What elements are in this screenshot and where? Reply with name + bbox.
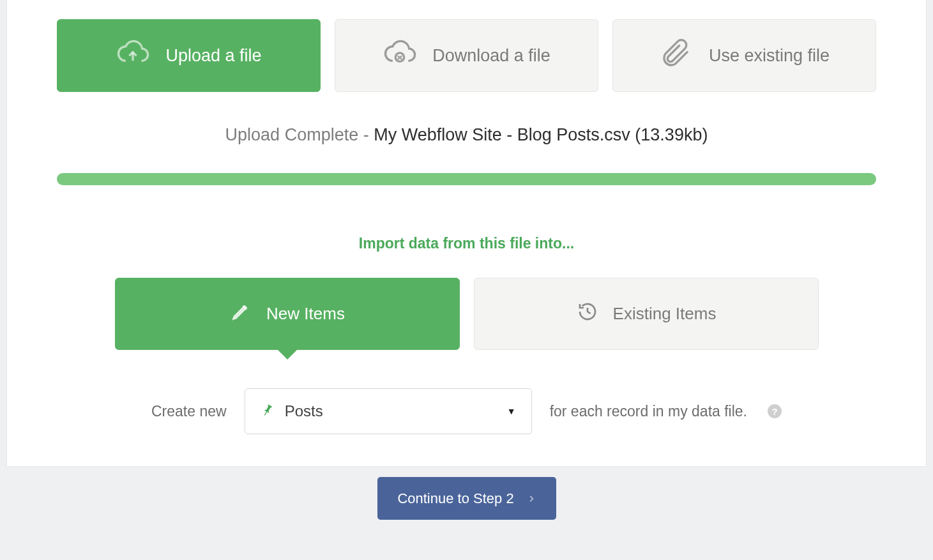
download-file-label: Download a file (432, 46, 550, 66)
help-icon[interactable]: ? (768, 404, 782, 418)
chevron-right-icon (527, 490, 536, 507)
cloud-upload-icon (116, 36, 150, 75)
upload-file-option[interactable]: Upload a file (57, 19, 321, 92)
existing-file-option[interactable]: Use existing file (612, 19, 876, 92)
existing-items-label: Existing Items (613, 304, 717, 324)
upload-status: Upload Complete - My Webflow Site - Blog… (57, 125, 876, 145)
pencil-icon (229, 300, 252, 328)
upload-file-label: Upload a file (165, 46, 261, 66)
item-mode-options: New Items Existing Items (57, 278, 876, 350)
collection-select[interactable]: Posts ▼ (245, 388, 532, 434)
upload-status-prefix: Upload Complete (225, 125, 359, 144)
create-new-label: Create new (151, 403, 227, 420)
create-new-suffix: for each record in my data file. (550, 403, 747, 420)
chevron-down-icon: ▼ (507, 406, 516, 416)
upload-progress-bar (57, 173, 876, 185)
import-heading: Import data from this file into... (57, 235, 876, 252)
create-new-row: Create new Posts ▼ for each record in my… (57, 388, 876, 434)
collection-select-value: Posts (285, 402, 323, 420)
upload-file-size: (13.39kb) (635, 125, 708, 144)
pin-icon (261, 402, 275, 420)
history-icon (576, 300, 599, 328)
existing-file-label: Use existing file (709, 46, 830, 66)
upload-file-name: My Webflow Site - Blog Posts.csv (374, 125, 630, 144)
file-source-options: Upload a file Download a file Use existi… (57, 19, 876, 92)
footer: Continue to Step 2 (0, 467, 933, 520)
continue-button[interactable]: Continue to Step 2 (377, 477, 556, 520)
paperclip-icon (659, 36, 694, 75)
download-file-option[interactable]: Download a file (335, 19, 598, 92)
cloud-download-icon (383, 36, 417, 75)
upload-status-sep: - (358, 125, 374, 144)
existing-items-option[interactable]: Existing Items (474, 278, 819, 350)
continue-button-label: Continue to Step 2 (397, 490, 513, 507)
new-items-label: New Items (266, 304, 345, 324)
import-panel: Upload a file Download a file Use existi… (6, 0, 927, 467)
new-items-option[interactable]: New Items (115, 278, 460, 350)
